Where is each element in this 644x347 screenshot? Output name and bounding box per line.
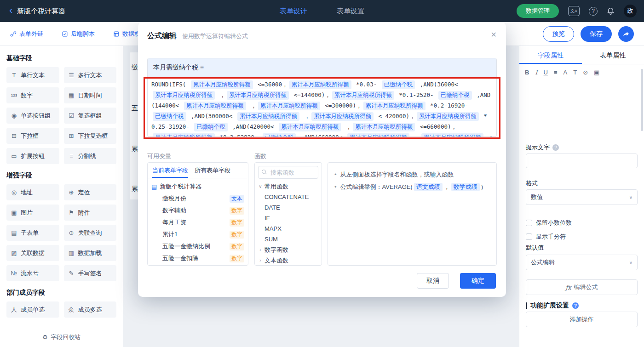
formula-editor[interactable]: ROUND(IFS( 累计本月应纳税所得额 <=36000，累计本月应纳税所得额…: [148, 77, 496, 137]
field-token[interactable]: 累计本月应纳税所得额: [184, 102, 246, 110]
variable-field-row[interactable]: 累计1数字: [151, 228, 244, 240]
subtoolbar-link-3[interactable]: 数据权: [113, 30, 140, 38]
sidebar-item[interactable]: ▭扩展按钮: [6, 148, 59, 164]
save-button[interactable]: 保存: [581, 26, 612, 42]
sidebar-item[interactable]: ☑复选框组: [64, 108, 117, 124]
variables-tab-2[interactable]: 所有表单字段: [195, 163, 230, 178]
sidebar-item[interactable]: ◎地址: [6, 184, 59, 200]
sidebar-item[interactable]: ▦日期时间: [64, 87, 117, 103]
field-token[interactable]: 累计本月应纳税所得额: [279, 123, 341, 131]
field-token[interactable]: 累计本月应纳税所得额: [227, 91, 289, 100]
field-token[interactable]: 已缴纳个税: [194, 123, 228, 131]
sidebar-item[interactable]: ◉单选按钮组: [6, 108, 59, 124]
sidebar-item[interactable]: ⊕定位: [64, 184, 117, 200]
field-recycle-bin[interactable]: ♻ 字段回收站: [0, 327, 123, 347]
field-token[interactable]: 已缴纳个税: [382, 80, 415, 89]
topbar-tab-2[interactable]: 表单设置: [337, 7, 364, 16]
function-item[interactable]: SUM: [255, 234, 322, 245]
properties-tab-2[interactable]: 表单属性: [582, 46, 644, 64]
avatar[interactable]: 政: [624, 5, 637, 17]
subtoolbar-link-2[interactable]: 后端脚本: [62, 30, 95, 38]
field-token[interactable]: 累计本月应纳税所得额: [258, 102, 320, 110]
field-token[interactable]: 累计本月应纳税所得额: [347, 133, 409, 137]
variable-field-row[interactable]: 缴税月份文本: [151, 193, 244, 205]
add-action-button[interactable]: 添加操作: [526, 312, 638, 327]
field-token[interactable]: 累计本月应纳税所得额: [363, 102, 426, 110]
cancel-button[interactable]: 取消: [417, 273, 449, 289]
sidebar-item[interactable]: ▥数据加载: [64, 245, 117, 261]
checkbox-icon[interactable]: [526, 233, 532, 240]
sidebar-item[interactable]: ⊞下拉复选框: [64, 128, 117, 144]
sidebar-item[interactable]: 众成员多选: [64, 301, 117, 318]
variable-field-row[interactable]: 五险一金缴纳比例数字: [151, 240, 244, 252]
sidebar-item[interactable]: ▤子表单: [6, 225, 59, 241]
variables-tab-1[interactable]: 当前表单字段: [152, 163, 188, 178]
sidebar-item[interactable]: ☰多行文本: [64, 67, 117, 83]
field-token[interactable]: 累计本月应纳税所得额: [237, 112, 299, 121]
data-manage-button[interactable]: 数据管理: [517, 4, 559, 18]
sidebar-item[interactable]: №流水号: [6, 265, 59, 281]
function-group[interactable]: ›文本函数: [255, 255, 322, 266]
variable-field-row[interactable]: 五险一金扣除数字: [151, 252, 244, 264]
bold-icon[interactable]: B: [525, 69, 529, 76]
insert-image-icon[interactable]: ▣: [594, 69, 599, 76]
properties-tab-1[interactable]: 字段属性: [519, 46, 582, 64]
sidebar-item[interactable]: ⊙关联查询: [64, 225, 117, 241]
function-group[interactable]: ∨常用函数: [255, 181, 322, 192]
sidebar-item[interactable]: ⊟下拉框: [6, 128, 59, 144]
scrollbar[interactable]: [641, 69, 643, 131]
sidebar-item[interactable]: 123数字: [6, 87, 59, 103]
sidebar-item[interactable]: ⚑附件: [64, 205, 117, 221]
field-token[interactable]: 累计本月应纳税所得额: [353, 123, 415, 131]
help-icon[interactable]: ?: [589, 7, 598, 16]
italic-icon[interactable]: I: [535, 69, 537, 76]
field-token[interactable]: 累计本月应纳税所得额: [332, 91, 394, 100]
sidebar-item[interactable]: ▣图片: [6, 205, 59, 221]
font-color-icon[interactable]: A: [564, 69, 568, 76]
sidebar-item[interactable]: 人成员单选: [6, 301, 59, 318]
back-icon[interactable]: ‹: [9, 6, 12, 16]
underline-icon[interactable]: U: [544, 69, 548, 76]
field-token[interactable]: 累计本月应纳税所得额: [417, 112, 479, 121]
tree-root[interactable]: ▤新版个税计算器: [151, 181, 244, 193]
clear-format-icon[interactable]: ⊘: [583, 69, 588, 76]
sidebar-item[interactable]: ≡分割线: [64, 148, 117, 164]
checkbox-icon[interactable]: [526, 220, 532, 226]
sidebar-item[interactable]: ▨关联数据: [6, 245, 59, 261]
decimal-checkbox[interactable]: 保留小数位数: [526, 219, 572, 227]
field-token[interactable]: 已缴纳个税: [263, 133, 296, 137]
sidebar-item[interactable]: ✎手写签名: [64, 265, 117, 281]
field-token[interactable]: 累计本月应纳税所得额: [421, 133, 483, 137]
format-select[interactable]: 数值 ∨: [526, 189, 638, 205]
topbar-tab-1[interactable]: 表单设计: [280, 7, 307, 16]
close-icon[interactable]: ✕: [491, 30, 497, 39]
font-size-icon[interactable]: T: [573, 69, 577, 76]
field-token[interactable]: 已缴纳个税: [153, 112, 186, 121]
subtoolbar-link-1[interactable]: 表单外链: [10, 30, 43, 38]
function-group[interactable]: ›数字函数: [255, 245, 322, 255]
field-token[interactable]: 累计本月应纳税所得额: [191, 80, 253, 89]
thousands-checkbox[interactable]: 显示千分符: [526, 233, 566, 241]
align-icon[interactable]: ≡: [554, 69, 558, 76]
default-value-select[interactable]: 公式编辑 ∨: [526, 255, 638, 270]
field-token[interactable]: 累计本月应纳税所得额: [289, 80, 351, 89]
help-badge-icon[interactable]: ?: [552, 144, 559, 151]
translate-icon[interactable]: 文A: [568, 6, 580, 16]
function-item[interactable]: IF: [255, 213, 322, 223]
edit-formula-button[interactable]: ƒx 编辑公式: [526, 279, 638, 295]
field-token[interactable]: 累计本月应纳税所得额: [311, 112, 374, 121]
function-search-input[interactable]: [270, 169, 315, 176]
field-token[interactable]: 已缴纳个税: [438, 91, 472, 100]
bell-icon[interactable]: [607, 7, 615, 15]
function-item[interactable]: CONCATENATE: [255, 192, 322, 202]
help-badge-icon[interactable]: ?: [572, 302, 579, 309]
preview-button[interactable]: 预览: [543, 26, 574, 42]
variable-field-row[interactable]: 数字辅助数字: [151, 205, 244, 216]
function-item[interactable]: MAPX: [255, 223, 322, 234]
function-item[interactable]: DATE: [255, 202, 322, 213]
share-button[interactable]: [618, 26, 634, 42]
variable-field-row[interactable]: 每月工资数字: [151, 216, 244, 228]
hint-text-input[interactable]: [526, 154, 638, 168]
field-token[interactable]: 累计本月应纳税所得额: [153, 133, 215, 137]
field-token[interactable]: 累计本月应纳税所得额: [153, 91, 215, 100]
